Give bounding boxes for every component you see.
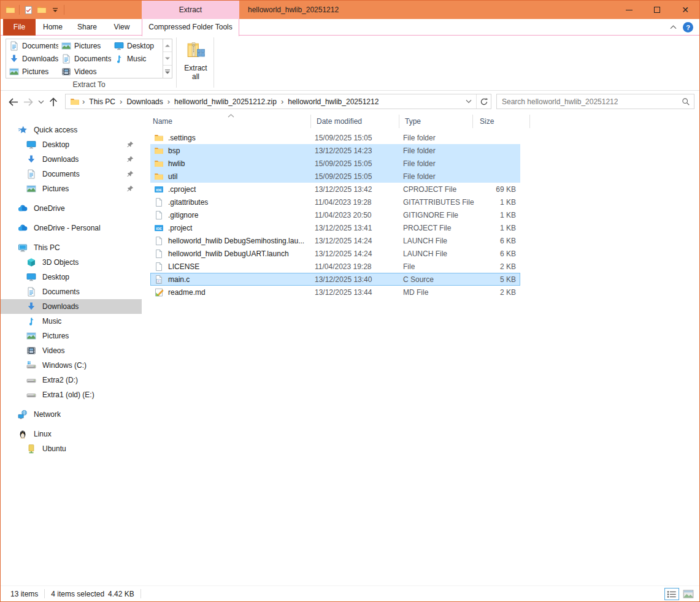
qat-customize-dropdown-icon[interactable]: [50, 5, 60, 15]
recent-locations-button[interactable]: [36, 94, 46, 109]
sidebar-item-label: Network: [34, 410, 61, 419]
contextual-tab-group-header[interactable]: Extract: [142, 1, 239, 19]
sidebar-item-pictures[interactable]: Pictures: [1, 329, 142, 343]
extract-to-item-music[interactable]: Music: [111, 52, 163, 65]
address-bar[interactable]: ›This PC›Downloads›helloworld_hwlib_2025…: [65, 94, 491, 109]
up-button[interactable]: [46, 94, 61, 109]
sidebar-item-quick-access[interactable]: Quick access: [1, 123, 142, 137]
file-name: .gitattributes: [168, 198, 208, 207]
sidebar-item-3d-objects[interactable]: 3D Objects: [1, 255, 142, 270]
file-row-helloworld-hwlib-debugsemihosting-lau[interactable]: helloworld_hwlib DebugSemihosting.lau...…: [150, 234, 520, 247]
sidebar-item-network[interactable]: Network: [1, 407, 142, 422]
sidebar-item-downloads[interactable]: Downloads: [1, 299, 142, 314]
forward-button[interactable]: [21, 94, 36, 109]
file-date-cell: 13/12/2025 13:41: [315, 224, 403, 232]
column-header-size[interactable]: Size: [478, 114, 527, 129]
refresh-button[interactable]: [476, 94, 491, 109]
extract-to-item-documents[interactable]: Documents: [6, 39, 58, 52]
tab-file[interactable]: File: [3, 19, 36, 36]
breadcrumb-item-helloworld-hwlib-20251212[interactable]: helloworld_hwlib_20251212: [285, 94, 382, 109]
qat-properties-icon[interactable]: [23, 5, 33, 15]
maximize-button[interactable]: [643, 1, 671, 19]
gallery-scroll-down-button[interactable]: [163, 52, 172, 65]
sidebar-item-documents[interactable]: Documents: [1, 284, 142, 299]
breadcrumb-item-this-pc[interactable]: This PC: [86, 94, 118, 109]
column-resize-handle[interactable]: [472, 115, 473, 128]
help-icon[interactable]: ?: [683, 22, 693, 32]
extract-to-item-documents[interactable]: Documents: [58, 52, 111, 65]
qat-new-folder-icon[interactable]: [37, 5, 47, 15]
tab-view[interactable]: View: [104, 19, 139, 36]
minimize-button[interactable]: [615, 1, 643, 19]
extract-to-item-desktop[interactable]: Desktop: [111, 39, 163, 52]
title-bar: Extract helloworld_hwlib_20251212 ✕: [1, 1, 699, 19]
file-row-main-c[interactable]: cmain.c13/12/2025 13:40C Source5 KB: [150, 273, 520, 286]
back-button[interactable]: [6, 94, 20, 109]
file-row-license[interactable]: LICENSE11/04/2023 19:28File2 KB: [150, 260, 520, 273]
tab-home[interactable]: Home: [36, 19, 70, 36]
file-name-cell: bsp: [150, 146, 315, 156]
sidebar-item-label: 3D Objects: [42, 258, 79, 267]
sidebar-item-extra2-d[interactable]: Extra2 (D:): [1, 373, 142, 387]
file-row-util[interactable]: util15/09/2025 15:05File folder: [150, 170, 520, 183]
sidebar-item-desktop[interactable]: Desktop: [1, 270, 142, 284]
sidebar-item-downloads[interactable]: Downloads: [1, 152, 142, 167]
file-row-gitattributes[interactable]: .gitattributes11/04/2023 19:28GITATTRIBU…: [150, 196, 520, 208]
file-row-project[interactable]: IDE.project13/12/2025 13:41PROJECT File1…: [150, 221, 520, 234]
sidebar-item-ubuntu[interactable]: Ubuntu: [1, 441, 142, 456]
search-icon[interactable]: [678, 97, 694, 106]
address-dropdown-button[interactable]: [461, 94, 476, 109]
file-row-helloworld-hwlib-debuguart-launch[interactable]: helloworld_hwlib DebugUART.launch13/12/2…: [150, 247, 520, 260]
column-header-date-modified[interactable]: Date modified: [315, 114, 398, 129]
ribbon-group-separator: [176, 37, 177, 88]
sidebar-item-documents[interactable]: Documents: [1, 167, 142, 181]
file-row-settings[interactable]: .settings15/09/2025 15:05File folder: [150, 131, 520, 144]
quick-access-toolbar: [6, 1, 64, 19]
folder-icon: [154, 172, 164, 181]
gallery-scroll-up-button[interactable]: [163, 39, 172, 52]
file-row-gitignore[interactable]: .gitignore11/04/2023 20:50GITIGNORE File…: [150, 208, 520, 221]
caret-down-icon: [165, 57, 170, 60]
sidebar-item-onedrive[interactable]: OneDrive: [1, 201, 142, 216]
search-input[interactable]: [497, 97, 678, 106]
sidebar-item-linux[interactable]: Linux: [1, 427, 142, 441]
breadcrumb-item-helloworld-hwlib-20251212-zip[interactable]: helloworld_hwlib_20251212.zip: [171, 94, 280, 109]
column-resize-handle[interactable]: [529, 115, 530, 128]
breadcrumb-item-downloads[interactable]: Downloads: [123, 94, 166, 109]
sidebar-item-label: Desktop: [42, 140, 69, 149]
file-row-hwlib[interactable]: hwlib15/09/2025 15:05File folder: [150, 157, 520, 170]
qat-folder-icon[interactable]: [6, 5, 15, 15]
sidebar-item-extra1-old-e[interactable]: Extra1 (old) (E:): [1, 387, 142, 402]
column-resize-handle[interactable]: [310, 115, 311, 128]
md-icon: [154, 288, 164, 297]
file-row-readme-md[interactable]: readme.md13/12/2025 13:44MD File2 KB: [150, 286, 520, 299]
file-date-cell: 13/12/2025 14:24: [315, 250, 403, 258]
gallery-more-button[interactable]: [163, 66, 172, 78]
sidebar-item-pictures[interactable]: Pictures: [1, 181, 142, 196]
folder-icon: [154, 159, 164, 169]
file-name: .cproject: [168, 185, 196, 194]
close-button[interactable]: ✕: [671, 1, 699, 19]
extract-to-item-pictures[interactable]: Pictures: [58, 39, 111, 52]
details-view-button[interactable]: [664, 588, 679, 600]
tab-share[interactable]: Share: [70, 19, 104, 36]
extract-all-button[interactable]: Extractall: [179, 37, 212, 89]
column-header-type[interactable]: Type: [403, 114, 471, 129]
drive-icon: [26, 375, 37, 386]
column-resize-handle[interactable]: [399, 115, 399, 128]
sidebar-item-desktop[interactable]: Desktop: [1, 137, 142, 152]
sidebar-item-videos[interactable]: Videos: [1, 343, 142, 358]
file-row-cproject[interactable]: IDE.cproject13/12/2025 13:42CPROJECT Fil…: [150, 183, 520, 196]
sidebar-item-windows-c[interactable]: Windows (C:): [1, 358, 142, 373]
sidebar-item-this-pc[interactable]: This PC: [1, 240, 142, 255]
sidebar-item-music[interactable]: Music: [1, 314, 142, 329]
extract-to-item-videos[interactable]: Videos: [58, 65, 111, 78]
window-title: helloworld_hwlib_20251212: [248, 1, 339, 19]
thumbnails-view-button[interactable]: [681, 588, 696, 600]
collapse-ribbon-icon[interactable]: [670, 25, 677, 29]
extract-to-item-downloads[interactable]: Downloads: [6, 52, 58, 65]
extract-to-item-pictures[interactable]: Pictures: [6, 65, 58, 78]
file-row-bsp[interactable]: bsp13/12/2025 14:23File folder: [150, 144, 520, 157]
sidebar-item-onedrive-personal[interactable]: OneDrive - Personal: [1, 221, 142, 235]
tab-compressed-folder-tools[interactable]: Compressed Folder Tools: [142, 19, 239, 36]
